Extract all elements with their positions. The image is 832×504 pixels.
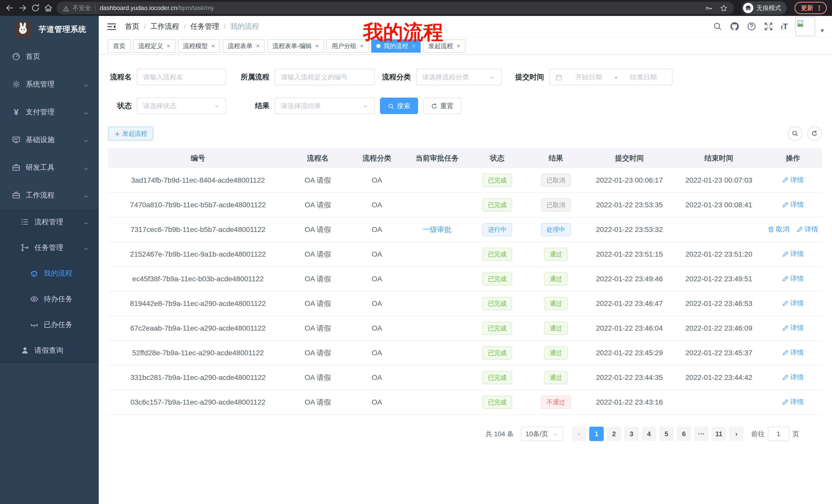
sidebar-item-我的流程[interactable]: 我的流程: [0, 260, 99, 286]
cell-process-name: OA 请假: [288, 316, 347, 341]
sidebar-item-任务管理[interactable]: 任务管理: [0, 235, 99, 260]
breadcrumb-item[interactable]: 任务管理: [190, 22, 219, 31]
page-button-5[interactable]: 5: [659, 427, 674, 441]
cancel-link[interactable]: 取消: [768, 225, 789, 234]
cell-process-name: OA 请假: [288, 291, 347, 316]
star-icon[interactable]: [720, 4, 728, 12]
column-header-结果: 结果: [526, 148, 585, 168]
sidebar-item-已办任务[interactable]: 已办任务: [0, 312, 99, 338]
close-icon[interactable]: ×: [457, 43, 460, 50]
table-row: 3ad174fb-7b9d-11ec-8404-acde48001122OA 请…: [108, 168, 822, 193]
sidebar-item-基础设施[interactable]: 基础设施: [0, 126, 99, 153]
cell-current-task: 一级审批: [406, 217, 468, 242]
cell-current-task: [406, 267, 468, 291]
key-icon[interactable]: [705, 4, 713, 12]
page-button-6[interactable]: 6: [677, 427, 691, 441]
close-icon[interactable]: ×: [166, 43, 170, 50]
status-select[interactable]: 请选择状态: [137, 97, 226, 114]
breadcrumb: 首页/工作流程/任务管理/我的流程: [125, 22, 259, 31]
detail-link[interactable]: 详情: [782, 274, 804, 283]
detail-link[interactable]: 详情: [782, 324, 804, 332]
close-icon[interactable]: ×: [315, 43, 319, 50]
cell-actions: 取消详情: [764, 217, 822, 242]
github-icon[interactable]: [730, 22, 739, 31]
page-button-1[interactable]: 1: [589, 427, 604, 441]
sidebar-item-流程管理[interactable]: 流程管理: [0, 209, 99, 235]
detail-link[interactable]: 详情: [782, 175, 804, 185]
table-refresh-icon-button[interactable]: [807, 127, 822, 141]
warning-icon: [63, 5, 70, 11]
home-icon[interactable]: [44, 3, 53, 12]
detail-link[interactable]: 详情: [782, 200, 804, 209]
detail-link[interactable]: 详情: [782, 373, 804, 382]
status-badge: 已完成: [482, 248, 512, 261]
address-bar[interactable]: 不安全 dashboard.yudao.iocoder.cn/bpm/task/…: [57, 2, 734, 14]
breadcrumb-separator: /: [184, 23, 186, 31]
search-icon[interactable]: [713, 22, 722, 31]
table-search-icon-button[interactable]: [788, 127, 802, 141]
more-pages-button[interactable]: ···: [694, 427, 709, 441]
list-icon: [21, 218, 29, 226]
breadcrumb-item[interactable]: 首页: [125, 22, 139, 31]
close-icon[interactable]: ×: [211, 43, 215, 50]
sidebar-item-请假查询[interactable]: 请假查询: [0, 338, 99, 363]
create-process-button[interactable]: 发起流程: [108, 127, 153, 141]
forward-icon[interactable]: [18, 3, 27, 12]
sidebar-item-研发工具[interactable]: 研发工具: [0, 153, 99, 181]
process-definition-input[interactable]: [275, 69, 375, 85]
eye-closed-icon: [30, 320, 38, 329]
page-size-select[interactable]: 10条/页: [521, 427, 563, 441]
breadcrumb-item[interactable]: 工作流程: [150, 22, 179, 31]
cell-end-time: [674, 390, 764, 415]
tab-流程表单[interactable]: 流程表单×: [223, 39, 265, 53]
next-page-button[interactable]: ›: [729, 427, 744, 441]
page-button-11[interactable]: 11: [712, 427, 726, 441]
cell-end-time: 2022-01-22 23:49:51: [674, 267, 764, 291]
tab-首页[interactable]: 首页: [108, 39, 131, 53]
close-icon[interactable]: ×: [256, 43, 260, 50]
chevron-down-icon: [83, 164, 89, 171]
column-header-流程名: 流程名: [288, 148, 347, 168]
sidebar-item-工作流程[interactable]: 工作流程: [0, 181, 99, 209]
page-button-3[interactable]: 3: [624, 427, 639, 441]
name-filter-input[interactable]: [137, 69, 226, 85]
browser-update-button[interactable]: 更新 ⋮: [795, 2, 827, 14]
table-row: 7317cec6-7b9b-11ec-b5b7-acde48001122OA 请…: [108, 217, 822, 242]
submit-time-range-picker[interactable]: 开始日期 - 结束日期: [549, 69, 673, 85]
search-button[interactable]: 搜索: [380, 97, 418, 114]
back-icon[interactable]: [5, 3, 15, 12]
result-badge: 不通过: [541, 396, 571, 409]
reload-icon[interactable]: [31, 3, 40, 12]
tab-流程定义[interactable]: 流程定义×: [133, 39, 175, 53]
page-button-2[interactable]: 2: [607, 427, 621, 441]
sidebar-item-待办任务[interactable]: 待办任务: [0, 286, 99, 312]
logo[interactable]: 芋道管理系统: [0, 16, 99, 43]
tab-流程表单-编辑[interactable]: 流程表单-编辑×: [267, 39, 324, 53]
menu-dots-icon[interactable]: ⋮: [816, 4, 823, 12]
result-select[interactable]: 请选择流结果: [275, 97, 375, 114]
detail-link[interactable]: 详情: [782, 249, 804, 258]
browser-toolbar: 不安全 dashboard.yudao.iocoder.cn/bpm/task/…: [0, 0, 832, 16]
category-select[interactable]: 请选择流程分类: [416, 69, 502, 85]
tab-用户分组[interactable]: 用户分组×: [327, 39, 369, 53]
fullscreen-icon[interactable]: [764, 22, 773, 31]
tab-流程模型[interactable]: 流程模型×: [178, 39, 220, 53]
briefcase-icon: [12, 191, 21, 200]
detail-link[interactable]: 详情: [782, 299, 804, 308]
sidebar-item-首页[interactable]: 首页: [0, 43, 99, 71]
task-link[interactable]: 一级审批: [423, 226, 451, 233]
avatar[interactable]: [796, 17, 815, 36]
detail-link[interactable]: 详情: [782, 348, 804, 357]
hamburger-icon[interactable]: [106, 21, 117, 32]
page-button-4[interactable]: 4: [642, 427, 656, 441]
goto-page-input[interactable]: [768, 427, 789, 441]
question-icon[interactable]: [747, 22, 756, 31]
prev-page-button[interactable]: ‹: [572, 427, 586, 441]
sidebar-item-系统管理[interactable]: 系统管理: [0, 71, 99, 98]
sidebar-item-支付管理[interactable]: ¥支付管理: [0, 98, 99, 126]
detail-link[interactable]: 详情: [782, 397, 804, 407]
reset-button[interactable]: 重置: [423, 97, 461, 114]
caret-down-icon[interactable]: ▼: [820, 28, 825, 34]
detail-link[interactable]: 详情: [797, 225, 818, 234]
font-size-icon[interactable]: tT: [781, 22, 788, 31]
